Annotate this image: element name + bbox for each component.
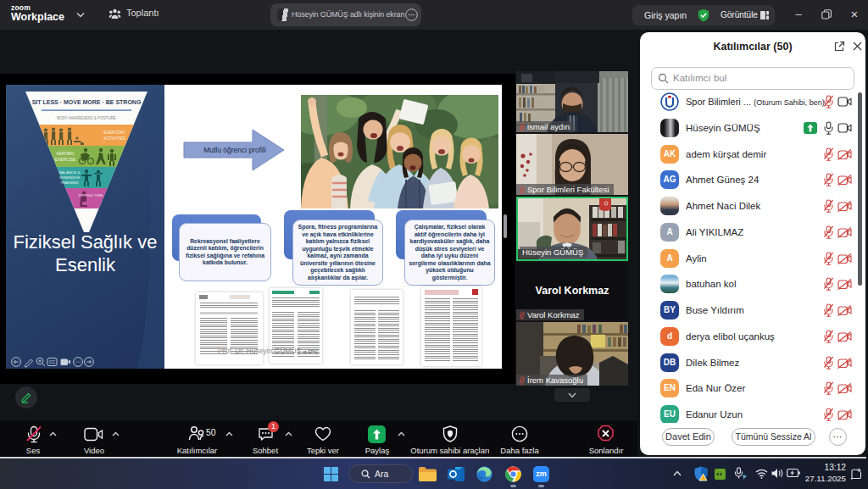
svg-text:STRENGTH: STRENGTH: [59, 175, 80, 180]
svg-text:· BODY AWARENESS & POSTURE ·: · BODY AWARENESS & POSTURE ·: [55, 116, 119, 120]
svg-text:TRAINING: TRAINING: [61, 181, 80, 185]
svg-text:EVERYDAY: EVERYDAY: [103, 131, 125, 135]
svg-text:ACTIVITIES: ACTIVITIES: [103, 136, 125, 141]
svg-text:SIT LESS · MOVE MORE · BE STRO: SIT LESS · MOVE MORE · BE STRONG: [32, 99, 142, 105]
svg-text:BALANCE &: BALANCE &: [59, 170, 81, 175]
svg-text:CC: CC: [49, 359, 56, 364]
svg-text:SITTING TIME: SITTING TIME: [79, 193, 103, 197]
svg-text:EXERCISE: EXERCISE: [55, 158, 75, 162]
svg-text:AEROBIC: AEROBIC: [56, 152, 75, 156]
